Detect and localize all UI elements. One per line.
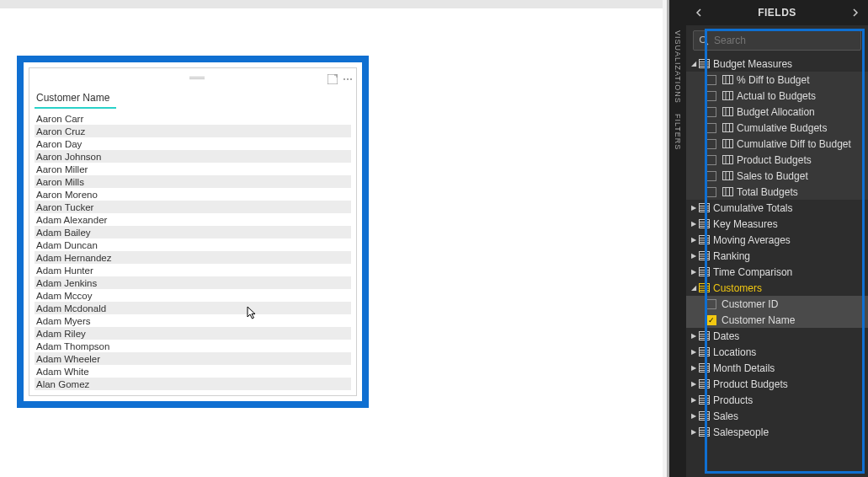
table-node[interactable]: ▶Key Measures [686,216,868,232]
table-row[interactable]: Adam Mcdonald [35,302,351,314]
field-node[interactable]: Cumulative Diff to Budget [686,136,868,152]
node-label: Locations [713,346,863,358]
table-visual-selected[interactable]: Customer Name Aaron CarrAaron CruzAaron … [17,56,369,408]
expand-icon[interactable]: ▶ [690,348,698,356]
visualizations-tab[interactable]: VISUALIZATIONS [674,30,682,104]
svg-point-1 [343,78,345,80]
field-node[interactable]: Actual to Budgets [686,88,868,104]
chevron-right-icon[interactable] [851,8,860,17]
expand-icon[interactable]: ◢ [690,60,698,67]
field-node[interactable]: Cumulative Budgets [686,120,868,136]
table-node[interactable]: ▶Sales [686,408,868,424]
table-node[interactable]: ◢Budget Measures [686,56,868,72]
column-header[interactable]: Customer Name [35,88,116,109]
report-canvas[interactable]: Customer Name Aaron CarrAaron CruzAaron … [0,8,665,477]
field-checkbox[interactable] [706,299,716,309]
table-row[interactable]: Aaron Day [35,137,351,150]
table-row[interactable]: Adam Thompson [35,340,351,352]
table-icon [698,411,710,421]
data-rows-container[interactable]: Aaron CarrAaron CruzAaron DayAaron Johns… [35,112,351,395]
table-row[interactable]: Adam Riley [35,327,351,340]
table-node[interactable]: ▶Salespeople [686,424,868,440]
table-row[interactable]: Alan Gomez [35,378,351,390]
table-node[interactable]: ▶Moving Averages [686,232,868,248]
table-row[interactable]: Adam Alexander [35,213,351,226]
expand-icon[interactable]: ▶ [690,204,698,212]
field-checkbox[interactable] [706,155,716,165]
field-label: Customer Name [722,314,863,326]
field-checkbox[interactable]: ✓ [706,315,716,325]
table-row[interactable]: Aaron Miller [35,163,351,175]
table-icon [698,251,710,261]
table-icon [698,347,710,357]
table-row[interactable]: Adam White [35,365,351,378]
field-checkbox[interactable] [706,75,716,85]
table-row[interactable]: Aaron Tucker [35,201,351,213]
expand-icon[interactable]: ▶ [690,252,698,260]
expand-icon[interactable]: ▶ [690,268,698,276]
field-checkbox[interactable] [706,187,716,197]
table-node[interactable]: ▶Dates [686,328,868,344]
field-node[interactable]: Budget Allocation [686,104,868,120]
table-row[interactable]: Adam Hunter [35,264,351,276]
table-row[interactable]: Adam Hernandez [35,251,351,264]
table-row[interactable]: Adam Duncan [35,238,351,251]
table-row[interactable]: Adam Mccoy [35,289,351,302]
table-node[interactable]: ▶Time Comparison [686,264,868,280]
field-node[interactable]: Customer ID [686,296,868,312]
node-label: Budget Measures [713,58,863,70]
expand-icon[interactable]: ▶ [690,396,698,404]
expand-icon[interactable]: ▶ [690,380,698,388]
drag-grip-icon[interactable] [189,77,205,79]
field-checkbox[interactable] [706,171,716,181]
table-icon [698,331,710,341]
node-label: Moving Averages [713,234,863,246]
field-node[interactable]: % Diff to Budget [686,72,868,88]
table-icon [698,219,710,229]
table-node[interactable]: ◢Customers [686,280,868,296]
chevron-left-icon[interactable] [695,8,703,17]
field-node[interactable]: Total Budgets [686,184,868,200]
expand-icon[interactable]: ▶ [690,412,698,420]
field-node[interactable]: Product Budgets [686,152,868,168]
expand-icon[interactable]: ▶ [690,332,698,340]
table-row[interactable]: Aaron Johnson [35,150,351,163]
field-checkbox[interactable] [706,123,716,133]
expand-icon[interactable]: ▶ [690,220,698,228]
table-row[interactable]: Adam Jenkins [35,276,351,289]
more-options-icon[interactable] [343,72,353,83]
fields-tree[interactable]: ◢Budget Measures% Diff to BudgetActual t… [686,56,868,477]
svg-rect-25 [722,156,732,164]
table-node[interactable]: ▶Month Details [686,360,868,376]
table-row[interactable]: Aaron Moreno [35,188,351,201]
filters-tab[interactable]: FILTERS [674,114,682,150]
measure-icon [722,139,733,149]
table-node[interactable]: ▶Cumulative Totals [686,200,868,216]
table-node[interactable]: ▶Ranking [686,248,868,264]
table-row[interactable]: Adam Myers [35,314,351,327]
field-label: Sales to Budget [737,170,863,182]
table-node[interactable]: ▶Products [686,392,868,408]
search-input[interactable] [714,35,855,46]
table-row[interactable]: Adam Wheeler [35,352,351,365]
svg-rect-10 [722,76,732,84]
field-checkbox[interactable] [706,139,716,149]
table-row[interactable]: Aaron Mills [35,175,351,188]
field-checkbox[interactable] [706,91,716,101]
expand-icon[interactable]: ▶ [690,428,698,436]
field-checkbox[interactable] [706,107,716,117]
measure-icon [722,155,733,165]
expand-icon[interactable]: ◢ [690,284,698,292]
fields-title: FIELDS [758,7,796,19]
table-row[interactable]: Aaron Carr [35,112,351,125]
field-node[interactable]: Sales to Budget [686,168,868,184]
table-row[interactable]: Aaron Cruz [35,125,351,137]
table-node[interactable]: ▶Locations [686,344,868,360]
focus-mode-icon[interactable] [327,72,338,83]
table-row[interactable]: Adam Bailey [35,226,351,238]
expand-icon[interactable]: ▶ [690,364,698,372]
table-node[interactable]: ▶Product Budgets [686,376,868,392]
field-node[interactable]: ✓Customer Name [686,312,868,328]
expand-icon[interactable]: ▶ [690,236,698,244]
fields-search[interactable] [693,30,861,51]
